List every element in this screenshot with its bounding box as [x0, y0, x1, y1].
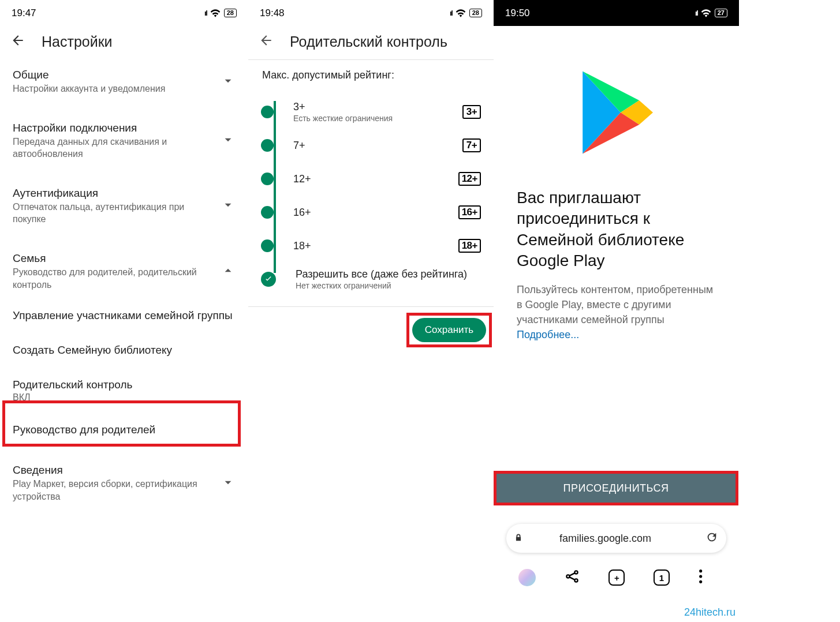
svg-point-3 [699, 569, 702, 572]
highlight-box: Сохранить [406, 313, 492, 347]
save-button[interactable]: Сохранить [412, 318, 486, 342]
rating-badge: 12+ [458, 172, 481, 186]
browser-nav: + 1 [494, 562, 739, 593]
max-rating-label: Макс. допустимый рейтинг: [248, 63, 494, 95]
settings-item-general[interactable]: ОбщиеНастройки аккаунта и уведомления [0, 61, 248, 103]
status-icons: ııll 28 [450, 9, 482, 17]
radio-dot [261, 239, 274, 252]
battery-icon: 28 [224, 9, 237, 17]
rating-list: 3+Есть жесткие ограничения 3+ 7+ 7+ 12+ … [248, 95, 494, 296]
more-link[interactable]: Подробнее... [517, 329, 579, 340]
chevron-down-icon [221, 73, 236, 91]
rating-badge: 7+ [462, 138, 481, 152]
chevron-up-icon [221, 263, 236, 280]
invite-pane: 19:50 ııll 27 Вас приглашают присоединит… [494, 0, 739, 622]
new-tab-icon[interactable]: + [608, 569, 625, 586]
family-sub-guide[interactable]: Руководство для родителей [0, 413, 248, 448]
status-bar: 19:47 ııll 28 [0, 0, 248, 26]
svg-point-5 [699, 580, 702, 583]
url-text: families.google.com [528, 533, 700, 545]
chevron-down-icon [221, 132, 236, 149]
svg-point-4 [699, 575, 702, 578]
yandex-icon[interactable] [518, 569, 536, 586]
address-bar[interactable]: families.google.com [506, 524, 726, 553]
rating-option-all[interactable]: Разрешить все (даже без рейтинга)Нет жес… [261, 263, 481, 296]
clock: 19:47 [12, 8, 36, 19]
rating-option-16[interactable]: 16+ 16+ [261, 196, 481, 229]
radio-dot [261, 139, 274, 152]
back-icon[interactable] [259, 33, 274, 50]
highlight-box: ПРИСОЕДИНИТЬСЯ [494, 471, 738, 505]
wifi-icon [701, 9, 711, 17]
lock-icon [514, 533, 522, 545]
settings-list: ОбщиеНастройки аккаунта и уведомления На… [0, 61, 248, 511]
invite-heading: Вас приглашают присоединиться к Семейной… [494, 188, 739, 282]
header: Настройки [0, 26, 248, 61]
signal-icon: ııll [695, 9, 697, 17]
menu-icon[interactable] [698, 568, 714, 587]
page-title: Родительский контроль [290, 33, 447, 50]
status-bar: 19:50 ııll 27 [494, 0, 739, 26]
settings-item-auth[interactable]: АутентификацияОтпечаток пальца, аутентиф… [0, 179, 248, 234]
signal-icon: ııll [450, 9, 452, 17]
share-icon[interactable] [564, 568, 580, 587]
family-sub-manage[interactable]: Управление участниками семейной группы [0, 299, 248, 334]
rating-badge: 18+ [458, 239, 481, 253]
rating-badge: 16+ [458, 205, 481, 219]
settings-item-connection[interactable]: Настройки подключенияПередача данных для… [0, 114, 248, 168]
status-bar: 19:48 ııll 28 [248, 0, 494, 26]
rating-track [274, 101, 276, 273]
radio-dot [261, 206, 274, 219]
rating-option-3[interactable]: 3+Есть жесткие ограничения 3+ [261, 95, 481, 129]
page-title: Настройки [42, 33, 113, 50]
check-icon [261, 272, 276, 287]
rating-option-18[interactable]: 18+ 18+ [261, 229, 481, 263]
settings-item-family[interactable]: СемьяРуководство для родителей, родитель… [0, 244, 248, 299]
rating-option-12[interactable]: 12+ 12+ [261, 162, 481, 196]
status-icons: ııll 28 [204, 9, 237, 17]
invite-body: Пользуйтесь контентом, приобретенным в G… [494, 282, 739, 342]
parental-pane: 19:48 ııll 28 Родительский контроль Макс… [248, 0, 494, 622]
signal-icon: ııll [204, 9, 207, 17]
settings-pane: 19:47 ııll 28 Настройки ОбщиеНастройки а… [0, 0, 248, 622]
radio-dot [261, 106, 274, 118]
status-icons: ııll 27 [695, 9, 727, 17]
rating-badge: 3+ [462, 105, 481, 119]
svg-point-1 [575, 571, 578, 574]
chevron-down-icon [221, 475, 236, 492]
radio-dot [261, 173, 274, 185]
reload-icon[interactable] [705, 531, 718, 546]
header: Родительский контроль [248, 26, 494, 60]
play-logo-icon [494, 26, 739, 188]
settings-item-about[interactable]: СведенияPlay Маркет, версия сборки, серт… [0, 456, 248, 511]
chevron-down-icon [221, 197, 236, 215]
clock: 19:50 [505, 8, 530, 19]
join-button[interactable]: ПРИСОЕДИНИТЬСЯ [496, 474, 736, 503]
tabs-icon[interactable]: 1 [654, 569, 670, 586]
clock: 19:48 [260, 8, 285, 19]
rating-option-7[interactable]: 7+ 7+ [261, 129, 481, 162]
family-sub-parental[interactable]: Родительский контрольВКЛ [0, 368, 248, 413]
battery-icon: 28 [469, 9, 482, 17]
svg-point-2 [575, 579, 578, 582]
wifi-icon [456, 9, 466, 17]
back-icon[interactable] [10, 33, 25, 50]
family-sub-create[interactable]: Создать Семейную библиотеку [0, 334, 248, 368]
battery-icon: 27 [715, 9, 727, 17]
watermark: 24hitech.ru [684, 606, 736, 619]
wifi-icon [210, 9, 221, 17]
svg-point-0 [567, 575, 570, 578]
